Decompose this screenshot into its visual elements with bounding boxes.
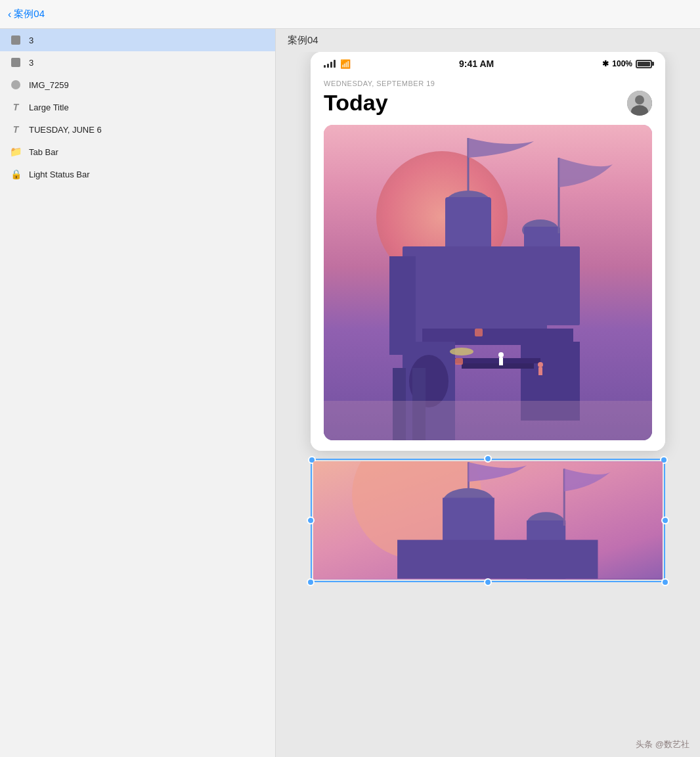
monument-valley-scene bbox=[324, 125, 652, 440]
handle-bottom-right[interactable] bbox=[661, 578, 669, 586]
lock-icon: 🔒 bbox=[9, 168, 22, 181]
status-bar: 📶 9:41 AM ✱ 100% bbox=[311, 52, 665, 73]
main-layout: 3 3 IMG_7259 T Large Title T TUESDAY, JU… bbox=[0, 29, 700, 757]
sidebar-item-3[interactable]: 3 bbox=[0, 51, 275, 74]
game-card-image bbox=[324, 125, 652, 440]
sidebar-item-img[interactable]: IMG_7259 bbox=[0, 74, 275, 96]
svg-rect-5 bbox=[445, 197, 491, 250]
svg-rect-21 bbox=[499, 357, 503, 365]
square-icon bbox=[9, 56, 22, 69]
sidebar: 3 3 IMG_7259 T Large Title T TUESDAY, JU… bbox=[0, 29, 276, 757]
handle-top-mid[interactable] bbox=[484, 455, 492, 463]
handle-bottom-left[interactable] bbox=[307, 578, 315, 586]
svg-point-24 bbox=[450, 348, 473, 356]
svg-rect-25 bbox=[324, 401, 652, 440]
handle-bottom-mid[interactable] bbox=[484, 578, 492, 586]
status-time: 9:41 AM bbox=[459, 58, 494, 69]
text-icon: T bbox=[9, 101, 22, 114]
back-button[interactable]: ‹ 案例04 bbox=[8, 8, 45, 20]
app-date-label: WEDNESDAY, SEPTEMBER 19 bbox=[324, 80, 652, 87]
battery-icon bbox=[636, 60, 652, 68]
castle-svg bbox=[324, 125, 652, 440]
app-title: Today bbox=[324, 90, 388, 116]
svg-point-1 bbox=[635, 95, 644, 104]
app-content: WEDNESDAY, SEPTEMBER 19 Today bbox=[311, 73, 665, 451]
square-icon bbox=[9, 34, 22, 47]
sidebar-item-label: 3 bbox=[29, 58, 33, 68]
svg-rect-19 bbox=[462, 363, 534, 369]
status-left: 📶 bbox=[324, 59, 351, 69]
handle-left-mid[interactable] bbox=[307, 516, 315, 524]
text-icon: T bbox=[9, 123, 22, 136]
svg-rect-18 bbox=[455, 358, 540, 363]
folder-icon: 📁 bbox=[9, 145, 22, 158]
sidebar-item-label: 3 bbox=[29, 35, 33, 45]
back-chevron-icon: ‹ bbox=[8, 9, 11, 20]
svg-rect-36 bbox=[397, 540, 598, 579]
second-card-wrapper[interactable] bbox=[311, 459, 665, 582]
top-bar: ‹ 案例04 bbox=[0, 0, 700, 29]
sidebar-item-light-status[interactable]: 🔒 Light Status Bar bbox=[0, 163, 275, 185]
watermark: 头条 @数艺社 bbox=[636, 739, 689, 750]
selection-border bbox=[311, 459, 665, 582]
sidebar-item-tab-bar[interactable]: 📁 Tab Bar bbox=[0, 141, 275, 163]
battery-fill bbox=[638, 62, 650, 66]
wifi-icon: 📶 bbox=[340, 59, 351, 69]
sidebar-item-label: Large Title bbox=[29, 103, 69, 112]
status-right: ✱ 100% bbox=[602, 59, 652, 68]
svg-rect-23 bbox=[538, 367, 542, 375]
phone-frame: 📶 9:41 AM ✱ 100% WEDNESDAY, SEPTEMBER 19 bbox=[311, 52, 665, 451]
sidebar-item-large-title[interactable]: T Large Title bbox=[0, 96, 275, 118]
svg-point-22 bbox=[538, 362, 543, 367]
avatar bbox=[627, 91, 652, 116]
sidebar-item-label: TUESDAY, JUNE 6 bbox=[29, 125, 102, 135]
svg-rect-26 bbox=[475, 329, 483, 336]
svg-rect-27 bbox=[455, 358, 463, 365]
back-label: 案例04 bbox=[14, 8, 45, 20]
avatar-image bbox=[627, 91, 652, 116]
sidebar-item-tuesday[interactable]: T TUESDAY, JUNE 6 bbox=[0, 118, 275, 141]
app-title-row: Today bbox=[324, 90, 652, 116]
signal-bars-icon bbox=[324, 60, 336, 68]
right-panel-title: 案例04 bbox=[276, 29, 700, 52]
bluetooth-icon: ✱ bbox=[602, 59, 609, 68]
second-card-svg bbox=[313, 461, 663, 580]
sidebar-item-label: Light Status Bar bbox=[29, 170, 90, 179]
handle-right-mid[interactable] bbox=[661, 516, 669, 524]
svg-rect-10 bbox=[389, 256, 416, 355]
sidebar-item-label: IMG_7259 bbox=[29, 80, 69, 90]
svg-rect-32 bbox=[443, 498, 494, 543]
right-panel: 案例04 📶 9:41 AM bbox=[276, 29, 700, 757]
phone-canvas: 📶 9:41 AM ✱ 100% WEDNESDAY, SEPTEMBER 19 bbox=[276, 52, 700, 757]
circle-icon bbox=[9, 78, 22, 91]
battery-percent: 100% bbox=[612, 59, 632, 68]
second-card-image bbox=[313, 461, 663, 580]
svg-point-20 bbox=[498, 352, 504, 357]
sidebar-item-3-selected[interactable]: 3 bbox=[0, 29, 275, 51]
sidebar-item-label: Tab Bar bbox=[29, 147, 58, 157]
